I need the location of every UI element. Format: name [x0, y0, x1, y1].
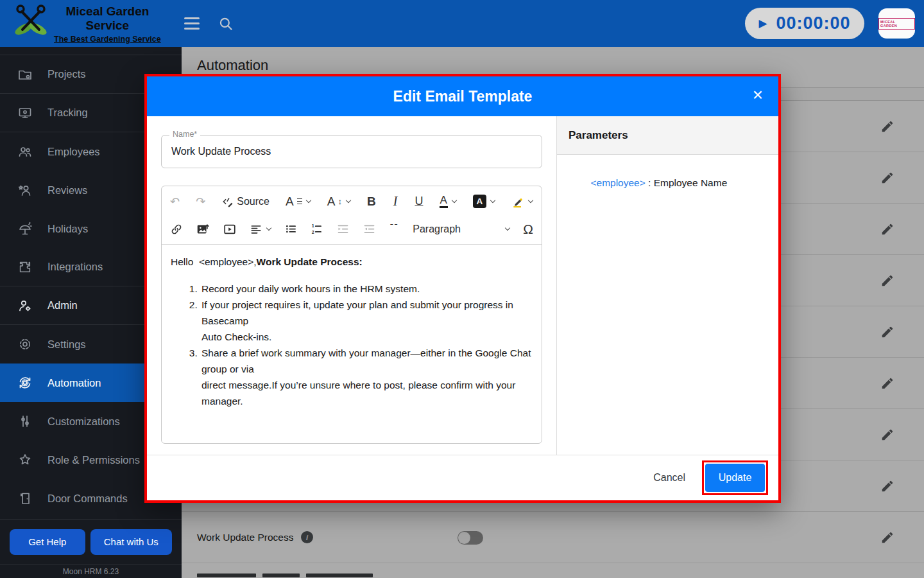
size-arrow-icon: ↕ — [338, 197, 342, 206]
projects-icon — [17, 67, 33, 82]
timer-button[interactable]: ▶ 00:00:00 — [745, 8, 864, 39]
brand[interactable]: Miceal Garden Service The Best Gardening… — [13, 3, 161, 44]
bold-button[interactable]: B — [365, 193, 378, 210]
brand-title-line2: Service — [86, 19, 130, 33]
sidebar-item-label: Admin — [47, 299, 78, 311]
font-color-dropdown[interactable]: A — [438, 193, 459, 209]
chevron-down-icon — [452, 198, 457, 203]
sidebar-item-label: Customizations — [47, 416, 120, 428]
sidebar-item-label: Holidays — [47, 223, 88, 235]
sidebar-item-label: Automation — [47, 377, 101, 389]
svg-text:2: 2 — [312, 230, 314, 234]
chevron-down-icon — [266, 225, 271, 231]
menu-icon[interactable] — [184, 17, 200, 30]
editor-content[interactable]: Hello <employee>,Work Update Process: Re… — [162, 245, 542, 443]
sidebar-item-label: Tracking — [47, 107, 88, 119]
brand-text: Miceal Garden Service The Best Gardening… — [54, 4, 161, 44]
media-icon — [223, 222, 237, 236]
template-editor-column: Name* ↶ ↷ Source A — [147, 116, 557, 455]
timer-value: 00:00:00 — [776, 13, 850, 33]
list-item: Share a brief work summary with your man… — [200, 345, 533, 409]
settings-icon — [17, 337, 33, 352]
sidebar-item-label: Role & Permissions — [47, 454, 140, 466]
template-greeting: Hello <employee>,Work Update Process: — [171, 254, 533, 270]
font-family-dropdown[interactable]: A — [284, 193, 313, 210]
sidebar-item-label: Projects — [47, 68, 86, 80]
background-color-dropdown[interactable]: A — [471, 193, 497, 209]
sidebar-item-label: Settings — [47, 338, 86, 351]
search-icon[interactable] — [218, 15, 234, 32]
modal-title: Edit Email Template — [393, 88, 533, 105]
editor-toolbar: ↶ ↷ Source A A ↕ — [162, 186, 542, 245]
source-icon — [221, 195, 234, 208]
rich-text-editor: ↶ ↷ Source A A ↕ — [161, 186, 542, 444]
outdent-button[interactable] — [361, 221, 378, 237]
indent-button[interactable] — [334, 221, 352, 237]
redo-icon[interactable]: ↷ — [194, 193, 207, 210]
reviews-icon — [17, 182, 33, 198]
integrations-icon — [17, 259, 33, 275]
list-item: Record your daily work hours in the HRM … — [200, 281, 533, 297]
underline-button[interactable]: U — [413, 193, 425, 209]
chat-with-us-button[interactable]: Chat with Us — [90, 529, 172, 555]
parameters-heading: Parameters — [557, 116, 778, 155]
app-version: Moon HRM 6.23 — [0, 564, 182, 578]
star-icon — [17, 452, 33, 468]
modal-header: Edit Email Template × — [147, 76, 778, 116]
template-steps: Record your daily work hours in the HRM … — [171, 281, 533, 409]
update-button[interactable]: Update — [705, 464, 765, 492]
brand-tagline: The Best Gardening Service — [54, 35, 161, 44]
brand-title-line1: Miceal Garden — [65, 4, 149, 19]
cancel-button[interactable]: Cancel — [643, 466, 696, 490]
chevron-down-icon — [346, 198, 351, 203]
admin-icon — [17, 298, 33, 313]
link-icon — [170, 223, 183, 236]
blockquote-button[interactable]: “ — [387, 223, 402, 236]
edit-email-template-modal: Edit Email Template × Name* ↶ ↷ Source — [144, 74, 781, 503]
parameter-token: <employee> — [590, 177, 645, 188]
close-icon[interactable]: × — [753, 84, 763, 106]
sidebar-item-label: Door Commands — [47, 493, 128, 505]
name-input[interactable] — [162, 136, 542, 168]
chevron-down-icon — [305, 198, 311, 203]
indent-icon — [336, 222, 350, 236]
font-size-dropdown[interactable]: A ↕ — [325, 193, 353, 210]
tracking-icon — [17, 105, 33, 121]
svg-text:1: 1 — [312, 223, 314, 228]
chevron-down-icon — [490, 198, 495, 203]
name-field: Name* — [161, 135, 542, 168]
highlight-dropdown[interactable] — [509, 194, 535, 209]
numbered-list-button[interactable]: 12 — [308, 221, 325, 237]
highlight-marker-icon — [511, 195, 524, 208]
name-field-label: Name* — [169, 130, 200, 139]
avatar-text: MICEAL GARDEN — [878, 18, 915, 30]
italic-button[interactable]: I — [390, 194, 401, 209]
holidays-icon — [17, 221, 33, 236]
modal-footer: Cancel Update — [147, 455, 778, 500]
chevron-down-icon — [528, 198, 533, 203]
top-bar: Miceal Garden Service The Best Gardening… — [0, 0, 924, 47]
list-item: If your project requires it, update your… — [200, 297, 533, 345]
customizations-icon — [17, 414, 33, 429]
special-characters-button[interactable]: Ω — [521, 220, 535, 238]
source-button[interactable]: Source — [219, 194, 271, 209]
numbered-list-icon: 12 — [310, 222, 323, 236]
alignment-dropdown[interactable] — [248, 222, 273, 237]
play-icon[interactable]: ▶ — [758, 18, 767, 29]
update-button-highlight: Update — [702, 460, 768, 495]
undo-icon[interactable]: ↶ — [168, 193, 182, 210]
parameter-description: : Employee Name — [646, 177, 728, 188]
paragraph-dropdown[interactable]: Paragraph — [411, 222, 512, 236]
link-button[interactable] — [168, 222, 185, 237]
insert-image-button[interactable] — [194, 221, 212, 238]
bulleted-list-button[interactable] — [282, 221, 300, 237]
parameter-item: <employee> : Employee Name — [557, 155, 778, 211]
bulleted-list-icon — [284, 222, 298, 236]
image-upload-icon — [196, 222, 210, 236]
sidebar-item-label: Reviews — [47, 184, 87, 197]
insert-media-button[interactable] — [221, 221, 239, 238]
get-help-button[interactable]: Get Help — [10, 529, 85, 555]
parameters-panel: Parameters <employee> : Employee Name — [557, 116, 778, 455]
scissors-leaf-logo-icon — [13, 3, 49, 40]
avatar[interactable]: MICEAL GARDEN — [878, 8, 915, 39]
